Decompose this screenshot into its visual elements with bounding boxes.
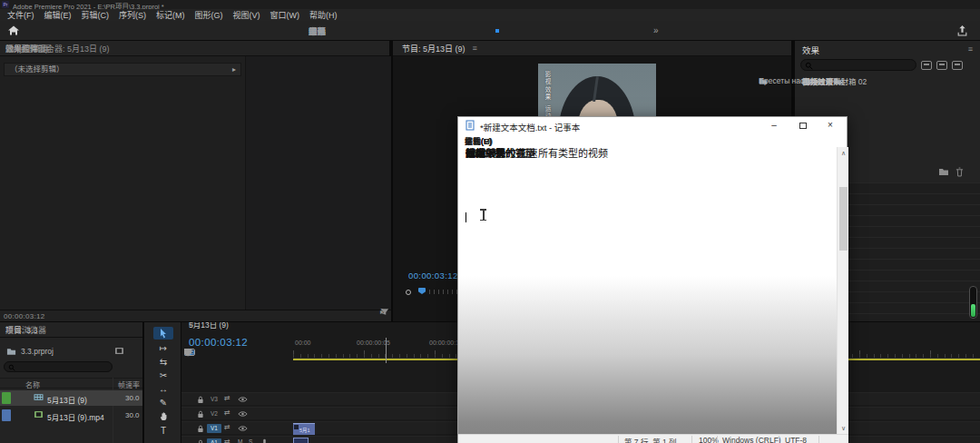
notepad-text-area[interactable]: 适用所有的赛道 所有类型的视频1000原理行为识别撞帧wink - 60抽帧 X…: [458, 147, 837, 434]
captions-icon[interactable]: CC: [184, 349, 195, 356]
type-tool[interactable]: T: [153, 424, 173, 437]
notepad-titlebar[interactable]: *新建文本文档.txt - 记事本 – ×: [458, 117, 847, 134]
project-search-input[interactable]: [18, 362, 109, 371]
lock-icon[interactable]: [197, 396, 204, 404]
sync-lock-icon[interactable]: ⇄: [224, 423, 230, 431]
column-header-framerate[interactable]: 帧速率: [118, 379, 140, 389]
accelerated-effects-badge-icon[interactable]: [921, 61, 932, 70]
project-search-box[interactable]: [4, 361, 113, 372]
expand-arrow-icon[interactable]: ▸: [232, 64, 236, 75]
pen-tool[interactable]: ✎: [153, 396, 173, 409]
loop-icon[interactable]: ↻: [380, 308, 387, 316]
project-bin-row[interactable]: 3.3.prproj: [0, 345, 142, 359]
track-label[interactable]: V3: [207, 395, 221, 404]
notepad-app-icon: [466, 120, 475, 131]
menubar-item[interactable]: 图形(G): [195, 9, 223, 21]
timeline-tab-label[interactable]: 5月13日 (9): [189, 322, 229, 330]
workspace-overflow-button[interactable]: »: [653, 25, 659, 35]
menubar-item[interactable]: 帮助(H): [309, 9, 338, 21]
lock-icon[interactable]: [197, 439, 204, 443]
32bit-effects-badge-icon[interactable]: [936, 61, 947, 70]
film-icon[interactable]: [114, 347, 124, 355]
sync-lock-icon[interactable]: ⇄: [224, 409, 230, 417]
program-timecode[interactable]: 00:00:03:12: [408, 271, 458, 281]
label-swatch-green[interactable]: [2, 392, 11, 404]
new-bin-icon[interactable]: [938, 167, 949, 176]
trash-icon[interactable]: [956, 167, 964, 177]
minimize-button[interactable]: –: [767, 117, 781, 133]
menubar-item[interactable]: 序列(S): [119, 9, 146, 21]
scrubber-knob[interactable]: [406, 290, 411, 295]
selection-tool[interactable]: [153, 327, 173, 340]
track-label[interactable]: V1: [207, 424, 221, 433]
sync-lock-icon[interactable]: ⇄: [224, 438, 230, 443]
audio-level-meter: [969, 286, 977, 319]
effects-search-input[interactable]: [816, 60, 914, 70]
effects-tree-item[interactable]: 素材箱 02: [826, 75, 833, 86]
project-row-clip[interactable]: 5月13日 (9).mp4 30.0: [0, 408, 142, 423]
effect-controls-footer: 00:00:03:12 ▸ ↻: [0, 310, 391, 321]
scroll-down-arrow[interactable]: ∨: [838, 422, 849, 434]
effects-tree-item[interactable]: Пресеты настроек: [751, 75, 759, 86]
panel-menu-icon[interactable]: ≡: [40, 326, 44, 335]
menubar-item[interactable]: 视图(V): [233, 9, 260, 21]
ripple-edit-tool[interactable]: ⇆: [153, 355, 173, 368]
project-row-sequence[interactable]: 5月13日 (9) 30.0: [0, 390, 142, 406]
panel-tab[interactable]: 音频剪辑混合器: 5月13日 (9): [5, 43, 110, 54]
label-swatch-blue[interactable]: [2, 409, 11, 421]
scrubber-playhead-icon[interactable]: [418, 288, 426, 294]
hand-tool[interactable]: [153, 409, 173, 422]
audio-clip[interactable]: [293, 438, 309, 443]
workspace-tab[interactable]: 库: [309, 25, 318, 37]
panel-menu-icon[interactable]: ≡: [473, 44, 477, 53]
maximize-icon: [799, 123, 807, 129]
search-icon: [805, 62, 813, 70]
notepad-scrollbar[interactable]: ∧ ∨: [837, 147, 848, 434]
menubar-item[interactable]: 剪辑(C): [82, 9, 110, 21]
panel-menu-icon[interactable]: ≡: [189, 322, 193, 329]
eye-icon[interactable]: [238, 396, 248, 403]
notepad-window-title: *新建文本文档.txt - 记事本: [480, 121, 580, 133]
type-tool-icon: T: [161, 426, 166, 436]
eye-icon[interactable]: [238, 425, 248, 432]
close-button[interactable]: ×: [823, 117, 838, 133]
video-clip[interactable]: 5月1: [293, 423, 315, 435]
lock-icon[interactable]: [197, 410, 204, 418]
track-select-forward-tool[interactable]: ↦: [153, 341, 173, 354]
pen-icon: ✎: [160, 398, 167, 408]
scrollbar-thumb[interactable]: [839, 187, 848, 251]
project-bin-name[interactable]: 3.3.prproj: [21, 347, 54, 356]
project-item-name[interactable]: 5月13日 (9): [47, 394, 87, 405]
home-icon[interactable]: [7, 25, 20, 36]
program-monitor-title[interactable]: 节目: 5月13日 (9): [402, 43, 466, 54]
sync-lock-icon[interactable]: ⇄: [224, 394, 230, 402]
effects-search-box[interactable]: [800, 59, 916, 71]
slip-tool[interactable]: ↔: [153, 382, 173, 395]
panel-menu-icon[interactable]: ≡: [43, 44, 47, 54]
razor-tool[interactable]: ✂: [153, 369, 173, 381]
yuv-effects-badge-icon[interactable]: [952, 61, 963, 70]
lock-icon[interactable]: [197, 425, 204, 433]
track-label[interactable]: V2: [207, 409, 221, 418]
menubar-item[interactable]: 编辑(E): [44, 9, 72, 21]
timeline-timecode[interactable]: 00:00:03:12: [189, 337, 248, 348]
project-item-framerate: 30.0: [125, 394, 140, 402]
menubar-item[interactable]: 文件(F): [7, 9, 34, 21]
mic-icon[interactable]: [261, 438, 268, 443]
solo-button[interactable]: S: [249, 438, 252, 443]
menubar-item[interactable]: 标记(M): [156, 9, 185, 21]
effects-panel-title[interactable]: 效果: [802, 44, 819, 56]
eye-icon[interactable]: [238, 410, 248, 418]
track-label[interactable]: A1: [207, 438, 221, 443]
scroll-up-arrow[interactable]: ∧: [838, 147, 849, 159]
timeline-playhead[interactable]: [386, 338, 387, 363]
notepad-menu-item[interactable]: 帮助(H): [465, 135, 493, 147]
zoom-level-status[interactable]: 100%: [699, 436, 719, 443]
menubar-item[interactable]: 窗口(W): [270, 9, 300, 21]
column-header-name[interactable]: 名称: [25, 379, 40, 389]
export-icon[interactable]: [956, 25, 968, 36]
project-item-name[interactable]: 5月13日 (9).mp4: [47, 411, 104, 422]
mute-button[interactable]: M: [238, 438, 242, 443]
notepad-text-line[interactable]: BCC镜头校正: [466, 149, 526, 160]
panel-menu-icon[interactable]: ≡: [968, 44, 973, 54]
